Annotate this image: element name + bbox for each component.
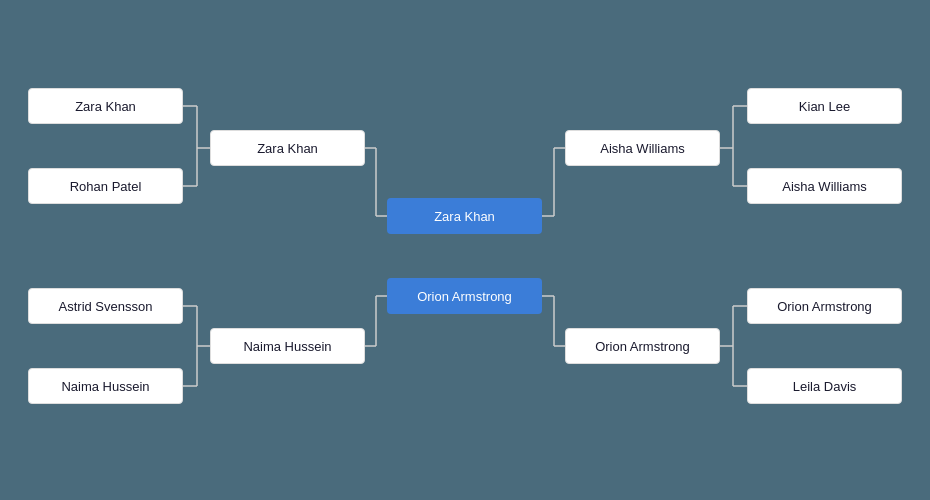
round1-node-orion-armstrong-r1[interactable]: Orion Armstrong	[747, 288, 902, 324]
bracket-lines	[0, 0, 930, 500]
round1-node-zara-khan[interactable]: Zara Khan	[28, 88, 183, 124]
round1-node-leila-davis[interactable]: Leila Davis	[747, 368, 902, 404]
round1-node-aisha-williams[interactable]: Aisha Williams	[747, 168, 902, 204]
round1-node-naima-hussein[interactable]: Naima Hussein	[28, 368, 183, 404]
round2-node-naima-hussein[interactable]: Naima Hussein	[210, 328, 365, 364]
round2-node-zara-khan[interactable]: Zara Khan	[210, 130, 365, 166]
round1-node-rohan-patel[interactable]: Rohan Patel	[28, 168, 183, 204]
round2-node-aisha-williams[interactable]: Aisha Williams	[565, 130, 720, 166]
final-node-orion-armstrong[interactable]: Orion Armstrong	[387, 278, 542, 314]
round1-node-kian-lee[interactable]: Kian Lee	[747, 88, 902, 124]
final-node-zara-khan[interactable]: Zara Khan	[387, 198, 542, 234]
round2-node-orion-armstrong[interactable]: Orion Armstrong	[565, 328, 720, 364]
round1-node-astrid-svensson[interactable]: Astrid Svensson	[28, 288, 183, 324]
bracket-container: Zara Khan Rohan Patel Astrid Svensson Na…	[0, 0, 930, 500]
